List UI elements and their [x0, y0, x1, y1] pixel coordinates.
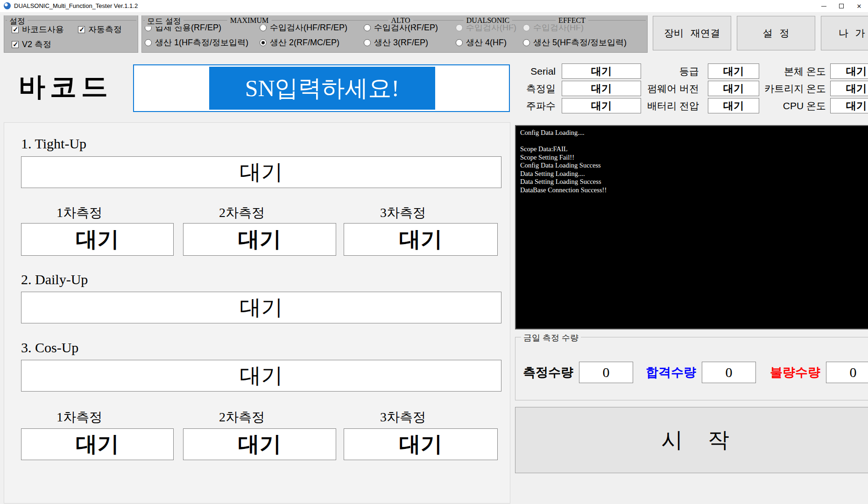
checkbox-icon: [12, 41, 19, 48]
status-label-cpu-temp: CPU 온도: [747, 98, 826, 113]
mode-column-dualsonic: 수입검사(HF) 생산 4(HF): [456, 22, 516, 48]
checkbox-icon: [78, 26, 85, 33]
status-label-cartridge-temp: 카트리지 온도: [747, 81, 826, 96]
radio-import-inspect-hf-rf-ep[interactable]: 수입검사(HF/RF/EP): [260, 22, 347, 33]
checkbox-label: 바코드사용: [22, 24, 64, 35]
barcode-input[interactable]: SN입력하세요!: [133, 64, 510, 112]
log-console: Config Data Loading.... Scope Data:FAIL …: [515, 125, 868, 329]
section-title-cos-up: 3. Cos-Up: [21, 340, 78, 356]
log-line: Data Setting Loading Success: [520, 178, 866, 186]
fail-count-label: 불량수량: [770, 364, 820, 381]
status-label-body-temp: 본체 온도: [747, 63, 826, 79]
status-value-cpu-temp: 대기: [830, 98, 868, 113]
status-value-body-temp: 대기: [830, 63, 868, 79]
exit-button[interactable]: 나 가 기: [821, 16, 868, 50]
status-label-serial: Serial: [495, 63, 556, 79]
log-line: Scope Setting Fail!!: [520, 154, 866, 162]
sub-label-measure-3: 3차측정: [356, 408, 450, 426]
cos-up-result-box: 대기: [21, 360, 501, 392]
daily-count-row: 측정수량 0 합격수량 0 불량수량 0: [523, 362, 868, 383]
pass-count-label: 합격수량: [646, 364, 696, 381]
tight-up-result-box: 대기: [21, 156, 501, 188]
checkbox-auto-measure[interactable]: 자동측정: [78, 24, 122, 35]
settings-button[interactable]: 설 정: [737, 16, 815, 50]
radio-icon: [523, 24, 530, 31]
log-line: Scope Data:FAIL: [520, 145, 866, 154]
sub-label-measure-1: 1차측정: [33, 204, 126, 222]
barcode-label: 바코드: [19, 69, 113, 105]
log-line: Config Data Loading....: [520, 129, 866, 137]
mode-group: 모드 설정 MAXIMUM ALTO DUALSONIC EFFECT 업체 전…: [141, 15, 648, 53]
measure-3-result-box: 대기: [344, 223, 498, 256]
test-panel: 1. Tight-Up 대기 1차측정 2차측정 3차측정 대기 대기 대기 2…: [4, 122, 510, 504]
mode-column-alto: 수입검사(RF/EP) 생산 3(RF/EP): [364, 22, 438, 48]
measure-2-result-box: 대기: [183, 223, 336, 256]
radio-production-3[interactable]: 생산 3(RF/EP): [364, 37, 438, 48]
sub-label-measure-2: 2차측정: [195, 408, 289, 426]
status-label-frequency: 주파수: [495, 98, 556, 113]
minimize-icon: [821, 6, 826, 7]
maximize-icon: [839, 4, 844, 8]
mode-header-effect: EFFECT: [556, 16, 588, 25]
status-value-cartridge-temp: 대기: [830, 81, 868, 96]
app-icon: [4, 2, 11, 9]
settings-group-title: 설정: [7, 16, 28, 27]
section-title-daily-up: 2. Daily-Up: [21, 272, 88, 287]
mode-header-dualsonic: DUALSONIC: [464, 16, 512, 25]
mode-header-maximum: MAXIMUM: [227, 16, 272, 25]
start-button[interactable]: 시 작: [515, 407, 868, 473]
checkbox-label: V2 측정: [22, 39, 51, 50]
radio-label: 생산 5(HF측정/정보입력): [533, 37, 627, 48]
radio-icon: [364, 24, 371, 31]
close-icon: ✕: [857, 3, 862, 9]
radio-icon: [456, 24, 463, 31]
measure-2-result-box: 대기: [183, 428, 336, 460]
close-button[interactable]: ✕: [850, 0, 868, 12]
radio-production-1[interactable]: 생산 1(HF측정/정보입력): [145, 37, 248, 48]
radio-label: 생산 1(HF측정/정보입력): [155, 37, 248, 48]
radio-production-5[interactable]: 생산 5(HF측정/정보입력): [523, 37, 627, 48]
sub-label-measure-3: 3차측정: [356, 204, 450, 222]
pass-count-value: 0: [702, 362, 756, 383]
measure-1-result-box: 대기: [21, 428, 174, 460]
radio-icon: [364, 39, 371, 46]
measure-3-result-box: 대기: [344, 428, 498, 460]
mode-header-alto: ALTO: [388, 16, 413, 25]
settings-group: 설정 바코드사용 자동측정 V2 측정: [4, 15, 138, 53]
measured-count-value: 0: [579, 362, 633, 383]
radio-icon: [145, 39, 152, 46]
sub-label-measure-1: 1차측정: [33, 408, 126, 426]
status-label-measure-date: 측정일: [495, 81, 556, 96]
radio-label: 수입검사(HF/RF/EP): [270, 22, 347, 33]
minimize-button[interactable]: [815, 0, 833, 12]
mode-group-title: 모드 설정: [145, 16, 183, 27]
log-line: Config Data Loading Success: [520, 161, 866, 170]
app-window: DUALSONIC_Multi_Function_Tester Ver.1.1.…: [0, 0, 868, 504]
measured-count-label: 측정수량: [523, 364, 573, 381]
status-label-grade: 등급: [624, 63, 699, 79]
window-title: DUALSONIC_Multi_Function_Tester Ver.1.1.…: [14, 2, 138, 9]
mode-column-effect: 수입검사(HF) 생산 5(HF측정/정보입력): [523, 22, 627, 48]
section-title-tight-up: 1. Tight-Up: [21, 136, 86, 152]
maximize-button[interactable]: [833, 0, 850, 12]
title-bar: DUALSONIC_Multi_Function_Tester Ver.1.1.…: [0, 0, 868, 12]
daily-count-group: 금일 측정 수량 측정수량 0 합격수량 0 불량수량 0: [515, 337, 868, 400]
radio-production-4[interactable]: 생산 4(HF): [456, 37, 516, 48]
log-line: Data Setting Loading....: [520, 170, 866, 178]
radio-icon: [523, 39, 530, 46]
radio-label: 생산 4(HF): [466, 37, 507, 48]
radio-production-2[interactable]: 생산 2(RF/MC/EP): [260, 37, 347, 48]
log-line: [520, 137, 866, 146]
radio-icon: [456, 39, 463, 46]
reconnect-device-button[interactable]: 장비 재연결: [653, 16, 731, 50]
mode-column-maximum: 수입검사(HF/RF/EP) 생산 2(RF/MC/EP): [260, 22, 347, 48]
checkbox-v2-measure[interactable]: V2 측정: [12, 39, 51, 50]
radio-label: 생산 2(RF/MC/EP): [270, 37, 339, 48]
status-label-battery-voltage: 배터리 전압: [624, 98, 699, 113]
checkbox-label: 자동측정: [88, 24, 122, 35]
daily-up-result-box: 대기: [21, 292, 501, 323]
window-controls: ✕: [815, 0, 868, 12]
sub-label-measure-2: 2차측정: [195, 204, 289, 222]
measure-1-result-box: 대기: [21, 223, 174, 256]
log-line: DataBase Connection Success!!: [520, 186, 866, 195]
